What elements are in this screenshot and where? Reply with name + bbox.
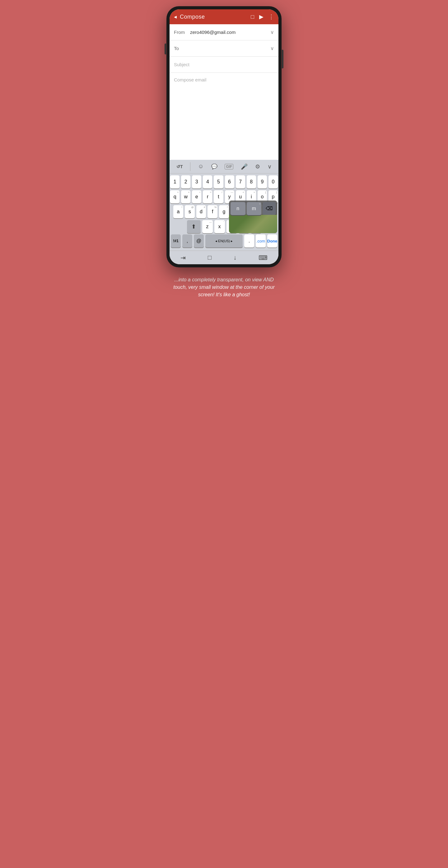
- subject-row[interactable]: Subject: [170, 57, 278, 73]
- key-e[interactable]: ÷e: [192, 190, 201, 203]
- key-w[interactable]: ×w: [181, 190, 190, 203]
- key-x[interactable]: 'x: [214, 220, 225, 233]
- compose-body[interactable]: Compose email: [170, 73, 278, 160]
- overlay-keys-row: n ?m ⌫: [229, 200, 277, 215]
- keyboard-row-bottom: !#1 , @ ◂ EN(US) ▸ . .com Done: [170, 235, 278, 249]
- down-icon[interactable]: ↓: [233, 254, 236, 261]
- keyboard-row-numbers: 1 2 3 4 5 6 7 8 9 0: [170, 175, 278, 188]
- keyboard-toolbar: ↺T ☺ 💬 GIF 🎤 ⚙ ∨: [170, 160, 278, 174]
- key-3[interactable]: 3: [192, 175, 201, 188]
- key-4[interactable]: 4: [203, 175, 212, 188]
- header-icons: □ ▶ ⋮: [251, 13, 274, 20]
- to-row[interactable]: To ∨: [170, 40, 278, 57]
- key-d[interactable]: #d: [196, 205, 206, 218]
- key-shift[interactable]: ⬆: [187, 220, 201, 233]
- key-7[interactable]: 7: [236, 175, 245, 188]
- from-label: From: [174, 30, 190, 35]
- to-chevron-icon[interactable]: ∨: [270, 45, 274, 51]
- more-icon[interactable]: ⋮: [268, 13, 274, 20]
- key-t[interactable]: /t: [214, 190, 223, 203]
- sticker-icon[interactable]: 💬: [211, 163, 217, 169]
- key-special[interactable]: !#1: [171, 235, 181, 247]
- key-r[interactable]: =r: [203, 190, 212, 203]
- caption: ...into a completely transparent, on vie…: [163, 276, 285, 299]
- from-value: zero4096@gmail.com: [190, 30, 270, 35]
- settings-icon[interactable]: ⚙: [255, 163, 260, 170]
- key-6[interactable]: 6: [225, 175, 234, 188]
- key-dot[interactable]: .: [244, 235, 254, 247]
- header-title: Compose: [180, 14, 205, 20]
- toolbar-divider: [190, 162, 190, 171]
- key-q[interactable]: +q: [170, 190, 180, 203]
- key-done[interactable]: Done: [267, 235, 277, 247]
- overlay-key-n[interactable]: n: [231, 202, 245, 215]
- translate-icon[interactable]: ↺T: [176, 164, 183, 169]
- to-label: To: [174, 46, 190, 51]
- key-dotcom[interactable]: .com: [256, 235, 266, 247]
- key-comma[interactable]: ,: [182, 235, 192, 247]
- square-icon[interactable]: □: [208, 254, 212, 261]
- emoji-icon[interactable]: ☺: [198, 163, 204, 170]
- key-8[interactable]: 8: [247, 175, 256, 188]
- back-icon[interactable]: ◂: [174, 13, 177, 20]
- keyboard-icon[interactable]: ⌨: [259, 254, 268, 261]
- tab-icon[interactable]: ⇥: [180, 254, 186, 261]
- gif-icon[interactable]: GIF: [225, 164, 233, 169]
- key-5[interactable]: 5: [214, 175, 223, 188]
- phone-frame: ◂ Compose □ ▶ ⋮ From zero4096@gmail.com …: [167, 6, 281, 267]
- mic-icon[interactable]: 🎤: [241, 163, 248, 170]
- overlay-backspace-icon[interactable]: ⌫: [263, 202, 276, 215]
- key-space[interactable]: ◂ EN(US) ▸: [205, 235, 243, 247]
- overlay-key-m[interactable]: ?m: [247, 202, 262, 215]
- key-z[interactable]: —z: [202, 220, 213, 233]
- body-placeholder: Compose email: [174, 77, 206, 82]
- header-left: ◂ Compose: [174, 13, 205, 20]
- overlay-image: [229, 215, 277, 233]
- from-chevron-icon[interactable]: ∨: [270, 29, 274, 35]
- from-row: From zero4096@gmail.com ∨: [170, 24, 278, 40]
- keyboard-row-z: ⬆ —z 'x c v "b n ?m ⌫: [170, 220, 278, 233]
- subject-placeholder: Subject: [174, 62, 274, 67]
- key-a[interactable]: !a: [173, 205, 183, 218]
- app-header: ◂ Compose □ ▶ ⋮: [170, 9, 278, 24]
- send-icon[interactable]: ▶: [259, 13, 264, 20]
- keyboard: 1 2 3 4 5 6 7 8 9 0 +q ×w ÷e =r /: [170, 174, 278, 251]
- key-1[interactable]: 1: [170, 175, 180, 188]
- key-f[interactable]: %f: [208, 205, 217, 218]
- key-2[interactable]: 2: [181, 175, 190, 188]
- key-9[interactable]: 9: [258, 175, 267, 188]
- phone-inner: ◂ Compose □ ▶ ⋮ From zero4096@gmail.com …: [170, 9, 278, 264]
- collapse-icon[interactable]: ∨: [268, 163, 272, 170]
- page-wrapper: ◂ Compose □ ▶ ⋮ From zero4096@gmail.com …: [163, 6, 285, 299]
- overlay-panel: n ?m ⌫: [229, 200, 277, 233]
- key-g[interactable]: ^g: [219, 205, 229, 218]
- key-at[interactable]: @: [194, 235, 204, 247]
- caption-text: ...into a completely transparent, on vie…: [173, 277, 274, 297]
- nav-bar: ⇥ □ ↓ ⌨: [170, 251, 278, 264]
- compose-form: From zero4096@gmail.com ∨ To ∨ Subject C…: [170, 24, 278, 160]
- key-0[interactable]: 0: [268, 175, 278, 188]
- key-s[interactable]: @s: [185, 205, 195, 218]
- save-icon[interactable]: □: [251, 14, 254, 20]
